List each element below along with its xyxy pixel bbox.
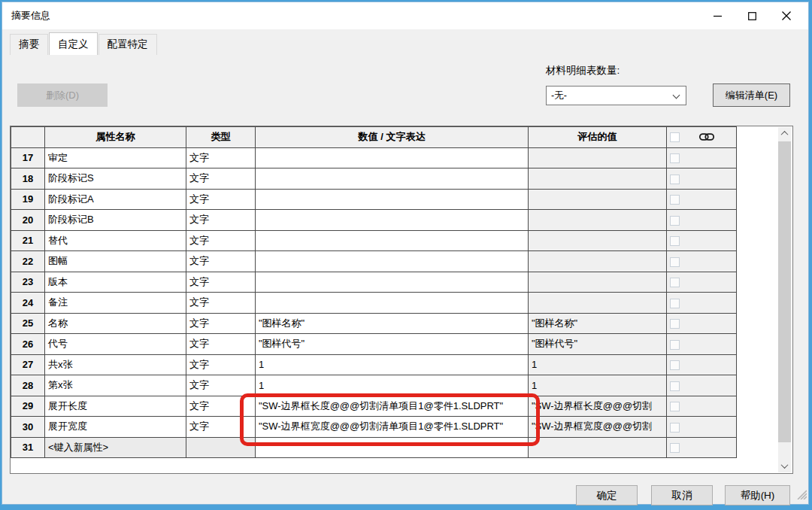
vertical-scrollbar[interactable]: [778, 127, 791, 472]
header-property-name[interactable]: 属性名称: [45, 127, 186, 148]
property-name-cell[interactable]: 阶段标记S: [45, 168, 186, 190]
type-cell[interactable]: 文字: [186, 230, 256, 251]
link-cell[interactable]: [667, 189, 737, 210]
delete-button[interactable]: 删除(D): [17, 83, 108, 107]
link-cell[interactable]: [667, 375, 737, 396]
link-checkbox[interactable]: [670, 153, 680, 163]
value-expression-cell[interactable]: [256, 293, 529, 314]
link-checkbox[interactable]: [670, 443, 680, 453]
link-cell[interactable]: [667, 293, 737, 314]
link-cell[interactable]: [667, 417, 737, 438]
link-checkbox[interactable]: [670, 278, 680, 287]
type-cell[interactable]: 文字: [186, 293, 256, 314]
header-value-expression[interactable]: 数值 / 文字表达: [256, 127, 529, 148]
value-expression-cell[interactable]: [256, 168, 529, 190]
property-name-cell[interactable]: 第x张: [45, 375, 186, 396]
link-checkbox[interactable]: [670, 319, 680, 329]
bom-quantity-select[interactable]: -无-: [546, 86, 686, 105]
scroll-up-button[interactable]: [778, 127, 791, 140]
property-name-cell[interactable]: 代号: [45, 334, 186, 355]
property-name-cell[interactable]: 图幅: [45, 251, 186, 272]
row-number-cell[interactable]: 25: [11, 313, 45, 334]
property-name-cell[interactable]: 名称: [45, 313, 186, 334]
link-cell[interactable]: [667, 334, 737, 355]
link-all-checkbox[interactable]: [670, 132, 680, 142]
link-checkbox[interactable]: [670, 175, 680, 184]
link-checkbox[interactable]: [670, 340, 680, 350]
type-cell[interactable]: 文字: [186, 334, 256, 355]
value-expression-cell[interactable]: "图样代号": [256, 334, 529, 355]
value-expression-cell[interactable]: "图样名称": [256, 313, 529, 334]
type-cell[interactable]: 文字: [186, 354, 256, 375]
link-cell[interactable]: [667, 168, 737, 190]
link-cell[interactable]: [667, 272, 737, 293]
link-checkbox[interactable]: [670, 402, 680, 411]
link-checkbox[interactable]: [670, 423, 680, 433]
header-type[interactable]: 类型: [186, 127, 256, 148]
property-name-cell[interactable]: 替代: [45, 230, 186, 251]
tab-configuration-specific[interactable]: 配置特定: [98, 34, 157, 55]
type-cell[interactable]: 文字: [186, 210, 256, 231]
link-checkbox[interactable]: [670, 360, 680, 370]
type-cell[interactable]: 文字: [186, 189, 256, 210]
type-cell[interactable]: 文字: [186, 168, 256, 190]
scrollbar-thumb[interactable]: [778, 141, 791, 442]
property-name-cell[interactable]: 审定: [45, 147, 186, 168]
property-name-cell[interactable]: 阶段标记B: [45, 210, 186, 231]
tab-summary[interactable]: 摘要: [10, 34, 48, 55]
value-expression-cell[interactable]: [256, 272, 529, 293]
property-name-cell[interactable]: 阶段标记A: [45, 189, 186, 210]
close-button[interactable]: [769, 2, 804, 29]
tab-custom[interactable]: 自定义: [49, 32, 98, 55]
property-name-cell[interactable]: 展开宽度: [45, 417, 186, 438]
row-number-cell[interactable]: 21: [11, 230, 45, 251]
value-expression-cell[interactable]: [256, 189, 529, 210]
value-expression-cell[interactable]: 1: [256, 375, 529, 396]
link-cell[interactable]: [667, 354, 737, 375]
link-checkbox[interactable]: [670, 195, 680, 205]
row-number-cell[interactable]: 23: [11, 272, 45, 293]
row-number-cell[interactable]: 17: [11, 147, 45, 168]
row-number-cell[interactable]: 27: [11, 354, 45, 375]
link-checkbox[interactable]: [670, 257, 680, 267]
row-number-cell[interactable]: 26: [11, 334, 45, 355]
value-expression-cell[interactable]: [256, 147, 529, 168]
property-name-cell[interactable]: 版本: [45, 272, 186, 293]
minimize-button[interactable]: [700, 2, 735, 29]
row-number-cell[interactable]: 29: [11, 396, 45, 417]
cancel-button[interactable]: 取消: [651, 485, 713, 505]
row-number-cell[interactable]: 28: [11, 375, 45, 396]
help-button[interactable]: 帮助(H): [725, 485, 790, 505]
property-name-cell[interactable]: 备注: [45, 293, 186, 314]
value-expression-cell[interactable]: "SW-边界框长度@@@切割清单项目1@零件1.SLDPRT": [256, 396, 529, 417]
property-name-cell[interactable]: 共x张: [45, 354, 186, 375]
type-cell[interactable]: [186, 437, 256, 458]
row-number-cell[interactable]: 19: [11, 189, 45, 210]
link-cell[interactable]: [667, 147, 737, 168]
corner-header-cell[interactable]: [11, 127, 45, 148]
type-cell[interactable]: 文字: [186, 375, 256, 396]
link-checkbox[interactable]: [670, 216, 680, 226]
link-cell[interactable]: [667, 396, 737, 417]
link-cell[interactable]: [667, 313, 737, 334]
value-expression-cell[interactable]: [256, 437, 529, 458]
header-link-column[interactable]: [667, 127, 737, 148]
value-expression-cell[interactable]: [256, 230, 529, 251]
link-cell[interactable]: [667, 251, 737, 272]
link-checkbox[interactable]: [670, 299, 680, 308]
row-number-cell[interactable]: 18: [11, 168, 45, 190]
type-cell[interactable]: 文字: [186, 147, 256, 168]
row-number-cell[interactable]: 31: [11, 437, 45, 458]
value-expression-cell[interactable]: "SW-边界框宽度@@@切割清单项目1@零件1.SLDPRT": [256, 417, 529, 438]
type-cell[interactable]: 文字: [186, 313, 256, 334]
type-cell[interactable]: 文字: [186, 396, 256, 417]
link-checkbox[interactable]: [670, 381, 680, 391]
link-cell[interactable]: [667, 437, 737, 458]
row-number-cell[interactable]: 30: [11, 417, 45, 438]
edit-list-button[interactable]: 编辑清单(E): [713, 83, 790, 107]
resize-grip-icon[interactable]: [795, 488, 807, 502]
link-cell[interactable]: [667, 210, 737, 231]
scroll-down-button[interactable]: [778, 460, 791, 472]
value-expression-cell[interactable]: 1: [256, 354, 529, 375]
type-cell[interactable]: 文字: [186, 251, 256, 272]
